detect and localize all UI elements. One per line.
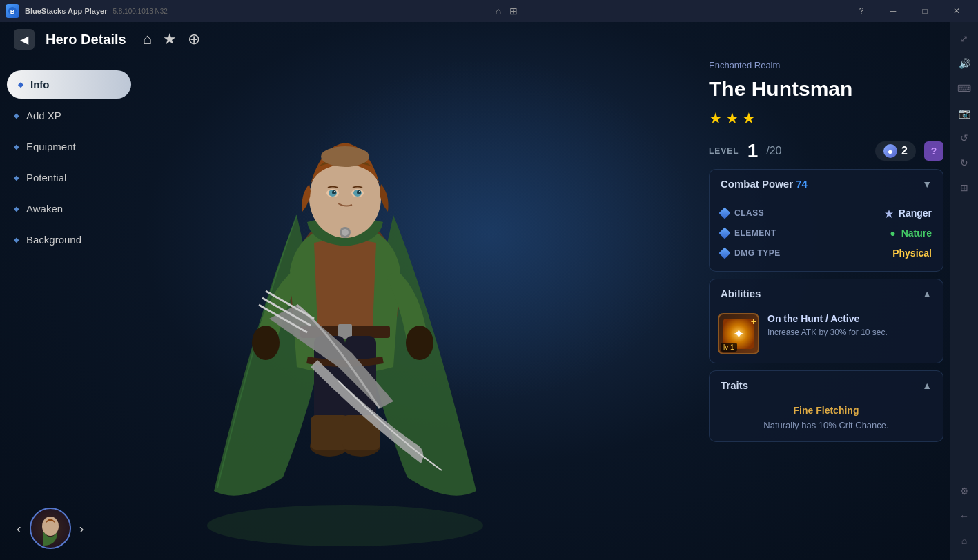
- currency-icon: ◆: [883, 144, 897, 158]
- nav-item-add-xp[interactable]: ◆ Add XP: [0, 101, 138, 130]
- back-icon[interactable]: ←: [953, 505, 975, 527]
- traits-title: Traits: [721, 379, 748, 391]
- layers-icon[interactable]: ▤: [953, 554, 975, 560]
- svg-point-22: [357, 190, 361, 194]
- home-icon[interactable]: ⌂: [496, 6, 501, 17]
- svg-point-23: [334, 191, 335, 192]
- nav-item-awaken[interactable]: ◆ Awaken: [0, 194, 138, 223]
- app-logo: B: [6, 4, 19, 18]
- rotate-right-icon[interactable]: ↻: [953, 152, 975, 174]
- nav-label-info: Info: [30, 79, 50, 90]
- layers-top-icon[interactable]: ⊞: [953, 177, 975, 199]
- element-label: ELEMENT: [734, 228, 776, 238]
- back-arrow-icon: ◀: [14, 29, 35, 50]
- star-3: ★: [742, 110, 756, 128]
- ability-plus-icon: +: [751, 316, 756, 327]
- svg-point-2: [207, 505, 483, 546]
- stat-left-class: CLASS: [721, 208, 764, 218]
- abilities-card: Abilities ▲ lv 1 + On the Hunt / Active …: [709, 279, 943, 363]
- hero-name: The Huntsman: [709, 77, 943, 100]
- main-container: ◀ Hero Details ⌂ ★ ⊕ ◆ Info ◆ Add XP ◆ E…: [0, 22, 978, 560]
- svg-text:B: B: [10, 8, 15, 15]
- svg-point-13: [406, 326, 433, 360]
- level-row: LEVEL 1 /20 ◆ 2 ?: [709, 140, 943, 162]
- ability-icon: lv 1 +: [718, 313, 759, 354]
- currency-number: 2: [901, 145, 908, 157]
- traits-header[interactable]: Traits ▲: [710, 371, 943, 399]
- close-button[interactable]: ✕: [941, 0, 972, 22]
- search-nav-icon[interactable]: ⊕: [188, 30, 200, 48]
- question-badge[interactable]: ?: [924, 141, 943, 161]
- svg-point-24: [359, 191, 360, 192]
- stat-diamond-class: [719, 208, 731, 219]
- svg-point-21: [332, 190, 336, 194]
- abilities-title: Abilities: [721, 288, 761, 299]
- star-2: ★: [725, 110, 739, 128]
- nav-item-info[interactable]: ◆ Info: [7, 70, 131, 99]
- nav-item-potential[interactable]: ◆ Potential: [0, 163, 138, 192]
- bottom-avatar: ‹ ›: [14, 508, 86, 549]
- minimize-button[interactable]: ─: [877, 0, 909, 22]
- ability-name: On the Hunt / Active: [767, 313, 935, 324]
- traits-body: Fine Fletching Naturally has 10% Crit Ch…: [710, 399, 943, 441]
- home-toolbar-icon[interactable]: ⌂: [953, 530, 975, 552]
- nav-label-equipment: Equipment: [26, 141, 76, 152]
- class-value: Ranger: [885, 208, 932, 219]
- combat-power-card: Combat Power 74 ▼ CLASS Ranger: [709, 169, 943, 272]
- grid-icon[interactable]: ⊞: [509, 6, 518, 17]
- ability-level: lv 1: [721, 343, 737, 352]
- page-title: Hero Details: [46, 32, 126, 48]
- keyboard-icon[interactable]: ⌨: [953, 77, 975, 99]
- ability-info: On the Hunt / Active Increase ATK by 30%…: [767, 313, 935, 339]
- titlebar-icons: ⌂ ⊞: [496, 6, 518, 17]
- topbar: ◀ Hero Details ⌂ ★ ⊕: [0, 22, 978, 57]
- topbar-icons: ⌂ ★ ⊕: [143, 30, 200, 48]
- avatar-next-button[interactable]: ›: [77, 518, 87, 539]
- hero-details-panel: Enchanted Realm The Huntsman ★ ★ ★ LEVEL…: [709, 60, 943, 442]
- titlebar-left: B BlueStacks App Player 5.8.100.1013 N32: [6, 4, 168, 18]
- hero-illustration: [173, 77, 518, 546]
- combat-power-header[interactable]: Combat Power 74 ▼: [710, 170, 943, 198]
- stat-diamond-dmg: [719, 248, 731, 259]
- svg-point-12: [252, 326, 280, 360]
- hero-realm: Enchanted Realm: [709, 60, 943, 70]
- titlebar-controls: ? ─ □ ✕: [845, 0, 972, 22]
- stat-left-dmg: DMG TYPE: [721, 248, 781, 258]
- stats-body: CLASS Ranger ELEMENT: [710, 198, 943, 271]
- game-area: ◀ Hero Details ⌂ ★ ⊕ ◆ Info ◆ Add XP ◆ E…: [0, 22, 978, 560]
- screenshot-icon[interactable]: 📷: [953, 102, 975, 124]
- rotate-left-icon[interactable]: ↺: [953, 127, 975, 149]
- dmg-label: DMG TYPE: [734, 248, 781, 258]
- avatar-circle[interactable]: [30, 508, 71, 549]
- settings-icon[interactable]: ⚙: [953, 480, 975, 502]
- volume-icon[interactable]: 🔊: [953, 52, 975, 74]
- help-button[interactable]: ?: [845, 0, 877, 22]
- nav-item-background[interactable]: ◆ Background: [0, 226, 138, 254]
- avatar-prev-button[interactable]: ‹: [14, 518, 24, 539]
- titlebar: B BlueStacks App Player 5.8.100.1013 N32…: [0, 0, 978, 22]
- nav-label-potential: Potential: [26, 172, 66, 183]
- hero-stars: ★ ★ ★: [709, 110, 943, 128]
- class-label: CLASS: [734, 208, 764, 218]
- nav-label-background: Background: [26, 234, 81, 246]
- nav-diamond-icon-3: ◆: [14, 143, 19, 150]
- star-1: ★: [709, 110, 723, 128]
- ability-desc: Increase ATK by 30% for 10 sec.: [767, 327, 935, 339]
- restore-button[interactable]: □: [909, 0, 941, 22]
- stat-row-dmg: DMG TYPE Physical: [721, 243, 932, 263]
- app-version: 5.8.100.1013 N32: [113, 8, 168, 15]
- star-nav-icon[interactable]: ★: [163, 30, 177, 48]
- ability-item: lv 1 + On the Hunt / Active Increase ATK…: [718, 313, 935, 354]
- sidebar-nav: ◆ Info ◆ Add XP ◆ Equipment ◆ Potential …: [0, 63, 138, 261]
- expand-icon[interactable]: ⤢: [953, 28, 975, 50]
- chevron-down-icon: ▼: [922, 179, 932, 190]
- combat-power-value: 74: [796, 178, 808, 190]
- nav-item-equipment[interactable]: ◆ Equipment: [0, 132, 138, 161]
- stat-row-class: CLASS Ranger: [721, 203, 932, 223]
- nav-diamond-icon-4: ◆: [14, 174, 19, 181]
- back-button[interactable]: ◀: [14, 29, 35, 50]
- level-label: LEVEL: [709, 146, 739, 156]
- home-nav-icon[interactable]: ⌂: [143, 30, 152, 48]
- nav-diamond-icon: ◆: [18, 81, 23, 88]
- abilities-header[interactable]: Abilities ▲: [710, 279, 943, 308]
